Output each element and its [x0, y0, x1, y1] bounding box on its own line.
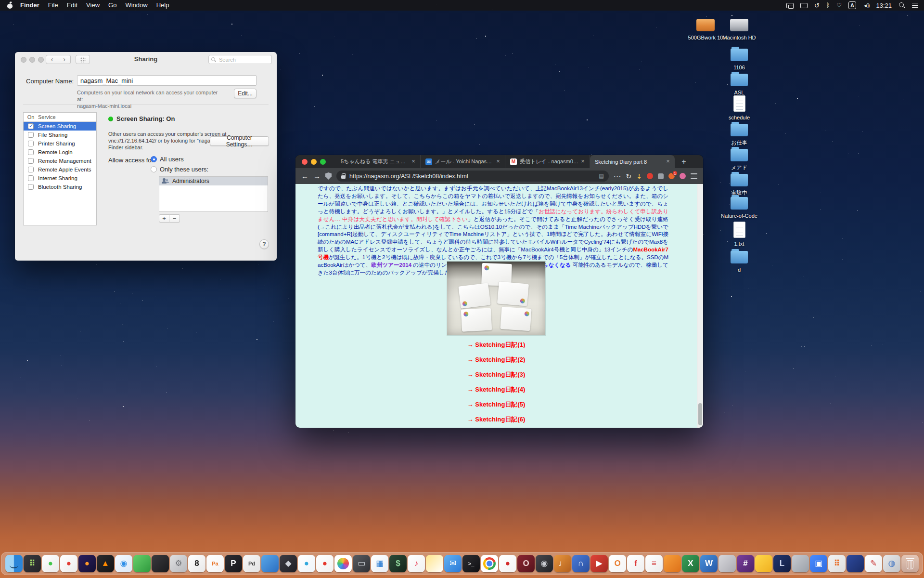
dock-icon-navy-app[interactable]: [847, 555, 864, 572]
dock-icon-mission-control[interactable]: ⠿: [24, 555, 41, 572]
dock-icon-display-app[interactable]: ▭: [353, 555, 370, 572]
dock-icon-media-red-app[interactable]: ▶: [590, 555, 608, 572]
desktop-icon-6[interactable]: メアド: [720, 144, 758, 171]
tab-sketching-diary[interactable]: Sketching Diary part 8: [590, 155, 675, 168]
tab-close-icon[interactable]: [410, 158, 417, 165]
download-extension-icon[interactable]: [636, 173, 642, 180]
forward-button[interactable]: [313, 172, 321, 180]
apple-menu-icon[interactable]: [7, 2, 13, 9]
dock-icon-system-preferences[interactable]: ⚙: [170, 555, 187, 572]
zoom-button[interactable]: [38, 57, 44, 63]
heart-icon[interactable]: ♡: [836, 2, 842, 9]
dock-icon-finance-app[interactable]: $: [389, 555, 407, 572]
dock-icon-finder[interactable]: [5, 555, 23, 572]
dock-icon-yellow-app[interactable]: [755, 555, 772, 572]
service-checkbox[interactable]: [28, 141, 34, 146]
dock-icon-dark-red-app[interactable]: O: [517, 555, 535, 572]
dock-icon-zoom[interactable]: ▣: [810, 555, 827, 572]
radio-icon-selected[interactable]: [151, 156, 157, 162]
dock-icon-notes[interactable]: [426, 555, 443, 572]
dock-icon-music[interactable]: ♪: [408, 555, 425, 572]
dock-icon-keynote-app[interactable]: ▦: [371, 555, 388, 572]
search-input[interactable]: [218, 56, 269, 63]
shield-extension-icon[interactable]: [325, 172, 332, 180]
service-row-0[interactable]: Screen Sharing: [24, 122, 96, 131]
sharing-titlebar[interactable]: Sharing: [15, 52, 277, 66]
prefs-search-field[interactable]: [208, 55, 272, 64]
adblock-extension-icon[interactable]: [647, 173, 653, 179]
service-checkbox[interactable]: [28, 184, 34, 190]
tab-gmail-inbox[interactable]: 受信トレイ - nagasm0508@gm: [505, 155, 590, 168]
service-checkbox[interactable]: [28, 167, 34, 172]
dock-icon-max8[interactable]: 8: [188, 555, 205, 572]
zoom-button[interactable]: [320, 159, 326, 165]
sketching-diary-link-6[interactable]: → Sketching日記(6): [295, 415, 697, 424]
notification-center-icon[interactable]: [912, 3, 918, 8]
menu-file[interactable]: File: [48, 0, 58, 11]
menu-finder[interactable]: Finder: [20, 0, 39, 11]
dock-icon-paint-app[interactable]: ✎: [865, 555, 882, 572]
url-text[interactable]: https://nagasm.org/ASL/Sketch08/index.ht…: [349, 173, 468, 180]
browser-menu-icon[interactable]: [691, 173, 697, 179]
menu-edit[interactable]: Edit: [67, 0, 77, 11]
dock-icon-o-orange-app[interactable]: O: [609, 555, 626, 572]
dock-icon-green-circle-app[interactable]: ●: [42, 555, 59, 572]
menu-go[interactable]: Go: [108, 0, 116, 11]
close-button[interactable]: [21, 57, 26, 63]
desktop-icon-3[interactable]: ASL: [720, 69, 758, 95]
dock-icon-red-circle-app[interactable]: ●: [60, 555, 77, 572]
dock-icon-adobe-app[interactable]: f: [627, 555, 644, 572]
dock-icon-pd[interactable]: Pd: [243, 555, 260, 572]
desktop-icon-9[interactable]: 1.txt: [720, 221, 758, 247]
service-row-6[interactable]: Internet Sharing: [24, 174, 96, 183]
add-user-button[interactable]: +: [159, 214, 169, 223]
tab-news[interactable]: 5ちゃんねる 電車男 ニュース ヘッドラ: [336, 155, 421, 168]
minimize-button[interactable]: [29, 57, 35, 63]
sketching-diary-link-3[interactable]: → Sketching日記(3): [295, 370, 697, 379]
dock-icon-gray-app[interactable]: [719, 555, 736, 572]
dock-icon-vlc[interactable]: ▲: [97, 555, 114, 572]
tab-close-icon[interactable]: [495, 158, 501, 165]
dock-icon-globe-app[interactable]: ◍: [883, 555, 900, 572]
sketching-diary-link-2[interactable]: → Sketching日記(2): [295, 355, 697, 364]
forward-button[interactable]: [58, 55, 71, 64]
service-checkbox[interactable]: [28, 149, 34, 155]
sketching-diary-link-5[interactable]: → Sketching日記(5): [295, 400, 697, 409]
bluetooth-icon[interactable]: ᛒ: [826, 2, 830, 9]
service-checkbox[interactable]: [28, 175, 34, 181]
dock-icon-terminal[interactable]: >_: [462, 555, 480, 572]
close-button[interactable]: [302, 159, 308, 165]
help-button[interactable]: ?: [259, 239, 269, 249]
computer-settings-button[interactable]: Computer Settings…: [210, 136, 269, 146]
service-row-5[interactable]: Remote Apple Events: [24, 165, 96, 174]
dock-icon-photos[interactable]: [334, 555, 352, 572]
menu-window[interactable]: Window: [125, 0, 147, 11]
time-machine-icon[interactable]: ↺: [814, 2, 820, 9]
desktop-icon-4[interactable]: schedule: [720, 94, 758, 120]
dock-icon-black-app[interactable]: [152, 555, 169, 572]
dock-icon-chrome[interactable]: [481, 555, 498, 572]
badge-extension-icon[interactable]: 1: [668, 173, 675, 179]
sketching-diary-link-1[interactable]: → Sketching日記(1): [295, 341, 697, 349]
reader-mode-icon[interactable]: [599, 173, 603, 179]
spotlight-icon[interactable]: [898, 2, 905, 9]
radio-only-these-users[interactable]: Only these users:: [151, 166, 208, 173]
new-tab-button[interactable]: [679, 157, 689, 167]
minimize-button[interactable]: [311, 159, 317, 165]
desktop-icon-7[interactable]: 実験中: [720, 170, 758, 196]
service-row-7[interactable]: Bluetooth Sharing: [24, 183, 96, 191]
back-button[interactable]: [46, 55, 58, 64]
dock-icon-headphones-app[interactable]: ∩: [572, 555, 590, 572]
dock-icon-cube-app[interactable]: ◆: [280, 555, 297, 572]
service-row-2[interactable]: Printer Sharing: [24, 139, 96, 148]
desktop-icon-10[interactable]: d: [720, 247, 758, 273]
dock-icon-trash[interactable]: [901, 555, 919, 572]
desktop-icon-0[interactable]: 500GBwork 10: [686, 14, 725, 40]
dock-icon-camera-app[interactable]: ◉: [536, 555, 553, 572]
page-scrollbar[interactable]: [697, 184, 703, 428]
scrollbar-thumb[interactable]: [698, 403, 702, 425]
gray-extension-icon[interactable]: [658, 173, 664, 179]
dock-icon-slack-app[interactable]: #: [737, 555, 754, 572]
dock-icon-word[interactable]: W: [700, 555, 718, 572]
service-row-4[interactable]: Remote Management: [24, 157, 96, 165]
